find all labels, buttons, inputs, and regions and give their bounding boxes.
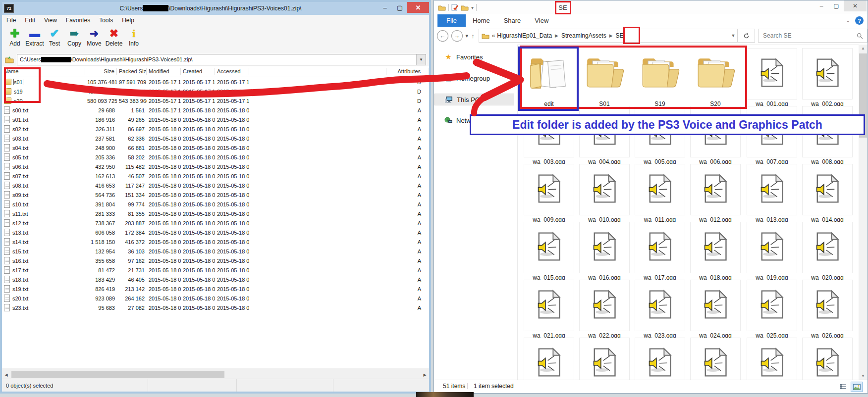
folder-up-icon[interactable]	[5, 56, 14, 63]
zip-row-s08.txt[interactable]: s08.txt416 653117 2472015-05-18 00:32201…	[2, 181, 429, 190]
file-tile-wa_020.ogg[interactable]: wa_020.ogg	[802, 222, 853, 281]
file-tile-wa_019.ogg[interactable]: wa_019.ogg	[747, 222, 797, 281]
folder-tile-S19[interactable]: S19	[635, 48, 685, 107]
move-button[interactable]: ➜Move	[84, 27, 104, 47]
zip-row-s15.txt[interactable]: s15.txt132 95436 1032015-05-18 00:322015…	[2, 247, 429, 256]
zip-row-s11.txt[interactable]: s11.txt281 33381 3552015-05-18 00:322015…	[2, 209, 429, 218]
folder-tile-edit[interactable]: edit	[524, 48, 574, 107]
zip-row-s01.txt[interactable]: s01.txt186 91649 2652015-05-18 00:322015…	[2, 115, 429, 124]
zip-row-s19[interactable]: s19413 286 152409 036 4182015-05-17 16:1…	[2, 87, 429, 96]
file-tile-wa_015.ogg[interactable]: wa_015.ogg	[524, 222, 574, 281]
file-tile-wa_018.ogg[interactable]: wa_018.ogg	[690, 222, 741, 281]
column-header-accessed[interactable]: Accessed	[215, 68, 249, 75]
zip-row-s17.txt[interactable]: s17.txt81 47221 7312015-05-18 00:322015-…	[2, 265, 429, 275]
zip-row-s04.txt[interactable]: s04.txt248 90066 8812015-05-18 00:322015…	[2, 143, 429, 152]
file-tile-wa_012.ogg[interactable]: wa_012.ogg	[690, 164, 741, 223]
file-tile-wa_011.ogg[interactable]: wa_011.ogg	[635, 164, 685, 223]
folder-tile-S01[interactable]: S01	[579, 48, 630, 107]
zip-row-s14.txt[interactable]: s14.txt1 518 150416 3722015-05-18 00:322…	[2, 237, 429, 247]
zip-row-s07.txt[interactable]: s07.txt162 61346 5072015-05-18 00:322015…	[2, 171, 429, 181]
thumbnail-view-button[interactable]	[851, 382, 863, 392]
details-view-button[interactable]	[838, 382, 849, 391]
scrollbar-thumb[interactable]	[859, 53, 867, 138]
column-header-size[interactable]: Size	[85, 68, 117, 75]
zip-row-s05.txt[interactable]: s05.txt205 33658 2022015-05-18 00:322015…	[2, 152, 429, 162]
file-tile-wa_002.ogg[interactable]: wa_002.ogg	[802, 48, 853, 107]
menu-favorites[interactable]: Favorites	[61, 17, 95, 24]
zip-row-s01[interactable]: s01105 376 48197 591 7092015-05-17 16:08…	[2, 77, 429, 87]
column-header-created[interactable]: Created	[181, 68, 215, 75]
zip-row-s02.txt[interactable]: s02.txt326 31186 6972015-05-18 00:322015…	[2, 124, 429, 134]
delete-button[interactable]: ✖Delete	[104, 27, 124, 47]
zip-row-s20[interactable]: s20580 093 725543 383 9662015-05-17 16:1…	[2, 96, 429, 105]
text-file-icon	[4, 191, 10, 198]
column-header-attributes[interactable]: Attributes	[386, 68, 429, 75]
file-tile-wa_003.ogg[interactable]: wa_003.ogg	[524, 106, 574, 165]
scroll-left-icon[interactable]: ◀	[2, 373, 10, 377]
menu-edit[interactable]: Edit	[20, 17, 40, 24]
zip-row-s06.txt[interactable]: s06.txt432 950115 4822015-05-18 00:32201…	[2, 162, 429, 171]
add-button[interactable]: ✚Add	[5, 27, 25, 47]
zip-row-s23.txt[interactable]: s23.txt95 68327 0822015-05-18 00:322015-…	[2, 303, 429, 312]
maximize-button[interactable]: ▢	[392, 2, 407, 13]
file-tile-wa_016.ogg[interactable]: wa_016.ogg	[579, 222, 630, 281]
file-tile-wa_022.ogg[interactable]: wa_022.ogg	[579, 280, 630, 339]
menu-help[interactable]: Help	[117, 17, 139, 24]
zip-row-s12.txt[interactable]: s12.txt738 367203 8872015-05-18 00:32201…	[2, 218, 429, 228]
column-header-modified[interactable]: Modified	[147, 68, 181, 75]
zip-row-s03.txt[interactable]: s03.txt237 58162 3362015-05-18 00:322015…	[2, 134, 429, 143]
info-button[interactable]: iInfo	[124, 27, 144, 47]
file-tile-wa_021.ogg[interactable]: wa_021.ogg	[524, 280, 574, 339]
file-tile-wa_024.ogg[interactable]: wa_024.ogg	[690, 280, 741, 339]
file-tile-wa_005.ogg[interactable]: wa_005.ogg	[635, 106, 685, 165]
file-tile-partial[interactable]	[524, 338, 574, 380]
file-tile-partial[interactable]	[747, 338, 797, 380]
folder-icon	[4, 79, 11, 85]
file-tile-wa_001.ogg[interactable]: wa_001.ogg	[747, 48, 797, 107]
scroll-down-icon[interactable]: ▼	[859, 372, 868, 380]
file-tile-wa_017.ogg[interactable]: wa_017.ogg	[635, 222, 685, 281]
folder-tile-S20[interactable]: S20	[690, 48, 741, 107]
menu-tools[interactable]: Tools	[95, 17, 117, 24]
file-tile-wa_026.ogg[interactable]: wa_026.ogg	[802, 280, 853, 339]
file-tile-partial[interactable]	[802, 338, 853, 380]
test-button[interactable]: ✔Test	[45, 27, 64, 47]
scroll-up-icon[interactable]: ▲	[859, 45, 868, 52]
file-tile-wa_007.ogg[interactable]: wa_007.ogg	[747, 106, 797, 165]
7zip-titlebar[interactable]: 7z C:\Users\Downloads\Higurashi\Higurash…	[2, 2, 429, 15]
archive-path-input[interactable]: C:\Users\Downloads\Higurashi\HigurashiPS…	[17, 54, 426, 65]
menu-view[interactable]: View	[40, 17, 61, 24]
file-tile-wa_014.ogg[interactable]: wa_014.ogg	[802, 164, 853, 223]
file-tile-wa_009.ogg[interactable]: wa_009.ogg	[524, 164, 574, 223]
zip-row-s10.txt[interactable]: s10.txt391 80499 7742015-05-18 00:322015…	[2, 199, 429, 209]
zip-row-s18.txt[interactable]: s18.txt183 42946 4052015-05-18 00:322015…	[2, 275, 429, 284]
column-header-packed-size[interactable]: Packed Size	[117, 68, 147, 75]
zip-row-s00.txt[interactable]: s00.txt29 6881 5612015-05-17 18:152015-0…	[2, 105, 429, 115]
file-tile-wa_008.ogg[interactable]: wa_008.ogg	[802, 106, 853, 165]
zip-row-s16.txt[interactable]: s16.txt355 65897 1622015-05-18 00:322015…	[2, 256, 429, 265]
zip-row-s19.txt[interactable]: s19.txt826 419213 1422015-05-18 00:32201…	[2, 284, 429, 294]
zip-row-s13.txt[interactable]: s13.txt606 058172 3842015-05-18 00:32201…	[2, 228, 429, 237]
scroll-right-icon[interactable]: ▶	[421, 373, 429, 377]
horizontal-scrollbar[interactable]: ◀ ▶	[2, 370, 429, 379]
extract-button[interactable]: ▬Extract	[25, 27, 45, 47]
file-tile-wa_004.ogg[interactable]: wa_004.ogg	[579, 106, 630, 165]
file-tile-wa_006.ogg[interactable]: wa_006.ogg	[690, 106, 741, 165]
path-dropdown-button[interactable]: ▼	[416, 54, 426, 65]
file-tile-partial[interactable]	[635, 338, 685, 380]
vertical-scrollbar[interactable]: ▲ ▼	[859, 45, 868, 380]
copy-button[interactable]: ➠Copy	[64, 27, 84, 47]
file-tile-wa_023.ogg[interactable]: wa_023.ogg	[635, 280, 685, 339]
scrollbar-thumb[interactable]	[11, 371, 224, 378]
file-tile-partial[interactable]	[579, 338, 630, 380]
column-header-name[interactable]: Name	[2, 68, 85, 75]
file-tile-wa_010.ogg[interactable]: wa_010.ogg	[579, 164, 630, 223]
menu-file[interactable]: File	[2, 17, 20, 24]
close-button[interactable]: ✕	[407, 2, 429, 13]
file-tile-wa_013.ogg[interactable]: wa_013.ogg	[747, 164, 797, 223]
file-tile-partial[interactable]	[690, 338, 741, 380]
zip-row-s20.txt[interactable]: s20.txt923 089264 1622015-05-18 00:32201…	[2, 294, 429, 303]
zip-row-s09.txt[interactable]: s09.txt564 736151 3342015-05-18 00:32201…	[2, 190, 429, 199]
minimize-button[interactable]: –	[378, 2, 392, 13]
file-tile-wa_025.ogg[interactable]: wa_025.ogg	[747, 280, 797, 339]
